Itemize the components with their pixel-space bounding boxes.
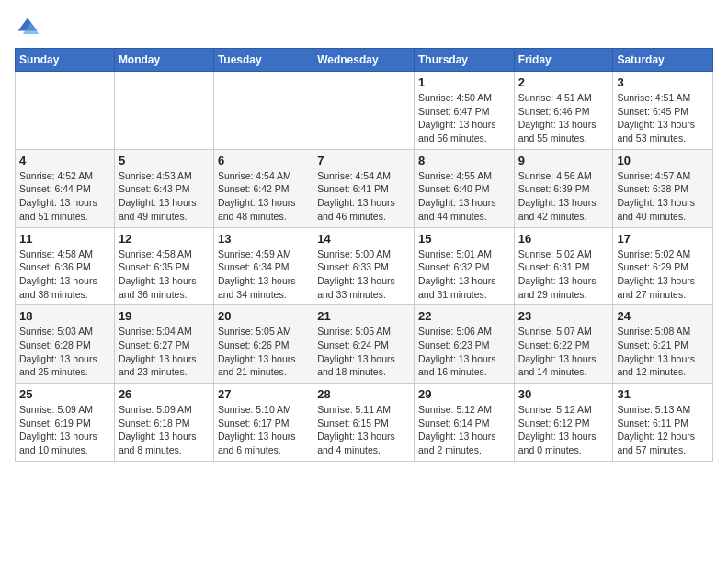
calendar-cell: 9Sunrise: 4:56 AM Sunset: 6:39 PM Daylig… [514, 149, 613, 227]
day-info: Sunrise: 4:56 AM Sunset: 6:39 PM Dayligh… [518, 169, 609, 224]
calendar-cell: 28Sunrise: 5:11 AM Sunset: 6:15 PM Dayli… [313, 384, 415, 462]
day-info: Sunrise: 4:51 AM Sunset: 6:45 PM Dayligh… [617, 91, 709, 145]
calendar-cell: 30Sunrise: 5:12 AM Sunset: 6:12 PM Dayli… [514, 384, 613, 462]
day-info: Sunrise: 5:12 AM Sunset: 6:12 PM Dayligh… [518, 403, 609, 457]
calendar-header: SundayMondayTuesdayWednesdayThursdayFrid… [16, 49, 713, 72]
calendar-cell [313, 72, 415, 150]
day-info: Sunrise: 5:06 AM Sunset: 6:23 PM Dayligh… [418, 325, 510, 379]
day-number: 9 [518, 154, 609, 167]
calendar-cell: 18Sunrise: 5:03 AM Sunset: 6:28 PM Dayli… [16, 305, 115, 384]
calendar-cell: 20Sunrise: 5:05 AM Sunset: 6:26 PM Dayli… [213, 305, 313, 384]
calendar-cell [114, 72, 213, 150]
calendar-cell: 25Sunrise: 5:09 AM Sunset: 6:19 PM Dayli… [16, 384, 115, 462]
day-number: 13 [218, 232, 309, 246]
calendar-cell: 1Sunrise: 4:50 AM Sunset: 6:47 PM Daylig… [414, 72, 514, 150]
weekday-header: Monday [114, 49, 213, 72]
calendar-cell: 31Sunrise: 5:13 AM Sunset: 6:11 PM Dayli… [613, 384, 713, 462]
day-number: 11 [19, 232, 110, 246]
day-number: 17 [617, 232, 709, 246]
calendar-cell: 27Sunrise: 5:10 AM Sunset: 6:17 PM Dayli… [213, 384, 313, 462]
calendar-cell: 29Sunrise: 5:12 AM Sunset: 6:14 PM Dayli… [414, 384, 514, 462]
day-number: 19 [119, 309, 210, 323]
calendar-cell [213, 72, 313, 150]
calendar-cell: 24Sunrise: 5:08 AM Sunset: 6:21 PM Dayli… [613, 305, 713, 384]
calendar-cell: 2Sunrise: 4:51 AM Sunset: 6:46 PM Daylig… [514, 72, 613, 150]
day-number: 29 [418, 387, 510, 401]
day-number: 25 [19, 387, 110, 401]
calendar-cell: 26Sunrise: 5:09 AM Sunset: 6:18 PM Dayli… [114, 384, 213, 462]
day-number: 28 [317, 387, 410, 401]
day-info: Sunrise: 5:05 AM Sunset: 6:24 PM Dayligh… [317, 325, 410, 379]
day-info: Sunrise: 4:57 AM Sunset: 6:38 PM Dayligh… [617, 169, 709, 224]
day-number: 15 [418, 232, 510, 246]
day-info: Sunrise: 4:51 AM Sunset: 6:46 PM Dayligh… [518, 91, 609, 145]
day-number: 2 [518, 75, 609, 89]
calendar-week-row: 4Sunrise: 4:52 AM Sunset: 6:44 PM Daylig… [16, 149, 713, 227]
day-number: 4 [19, 154, 110, 167]
day-number: 22 [418, 309, 510, 323]
calendar-table: SundayMondayTuesdayWednesdayThursdayFrid… [15, 48, 713, 462]
day-info: Sunrise: 4:58 AM Sunset: 6:36 PM Dayligh… [19, 247, 110, 302]
calendar-cell: 5Sunrise: 4:53 AM Sunset: 6:43 PM Daylig… [114, 149, 213, 227]
day-number: 5 [119, 154, 210, 167]
day-number: 26 [119, 387, 210, 401]
day-number: 1 [418, 75, 510, 89]
day-number: 12 [119, 232, 210, 246]
calendar-week-row: 1Sunrise: 4:50 AM Sunset: 6:47 PM Daylig… [16, 72, 713, 150]
day-info: Sunrise: 4:52 AM Sunset: 6:44 PM Dayligh… [19, 169, 110, 224]
day-number: 3 [617, 75, 709, 89]
day-number: 8 [418, 154, 510, 167]
day-info: Sunrise: 4:53 AM Sunset: 6:43 PM Dayligh… [119, 169, 210, 224]
calendar-cell: 21Sunrise: 5:05 AM Sunset: 6:24 PM Dayli… [313, 305, 415, 384]
day-info: Sunrise: 5:03 AM Sunset: 6:28 PM Dayligh… [19, 325, 110, 379]
weekday-header: Tuesday [213, 49, 313, 72]
calendar-cell: 7Sunrise: 4:54 AM Sunset: 6:41 PM Daylig… [313, 149, 415, 227]
day-info: Sunrise: 5:05 AM Sunset: 6:26 PM Dayligh… [218, 325, 309, 379]
day-number: 10 [617, 154, 709, 167]
calendar-week-row: 18Sunrise: 5:03 AM Sunset: 6:28 PM Dayli… [16, 305, 713, 384]
day-info: Sunrise: 5:04 AM Sunset: 6:27 PM Dayligh… [119, 325, 210, 379]
weekday-header: Thursday [414, 49, 514, 72]
calendar-cell: 12Sunrise: 4:58 AM Sunset: 6:35 PM Dayli… [114, 227, 213, 305]
day-number: 21 [317, 309, 410, 323]
day-info: Sunrise: 4:55 AM Sunset: 6:40 PM Dayligh… [418, 169, 510, 224]
calendar-cell: 19Sunrise: 5:04 AM Sunset: 6:27 PM Dayli… [114, 305, 213, 384]
day-number: 7 [317, 154, 410, 167]
day-info: Sunrise: 4:54 AM Sunset: 6:42 PM Dayligh… [218, 169, 309, 224]
weekday-header: Saturday [613, 49, 713, 72]
day-info: Sunrise: 4:50 AM Sunset: 6:47 PM Dayligh… [418, 91, 510, 145]
day-info: Sunrise: 5:09 AM Sunset: 6:19 PM Dayligh… [19, 403, 110, 457]
calendar-cell: 17Sunrise: 5:02 AM Sunset: 6:29 PM Dayli… [613, 227, 713, 305]
calendar-cell: 15Sunrise: 5:01 AM Sunset: 6:32 PM Dayli… [414, 227, 514, 305]
calendar-body: 1Sunrise: 4:50 AM Sunset: 6:47 PM Daylig… [16, 72, 713, 462]
weekday-header: Friday [514, 49, 613, 72]
day-number: 23 [518, 309, 609, 323]
calendar-cell: 14Sunrise: 5:00 AM Sunset: 6:33 PM Dayli… [313, 227, 415, 305]
day-info: Sunrise: 5:09 AM Sunset: 6:18 PM Dayligh… [119, 403, 210, 457]
day-info: Sunrise: 5:07 AM Sunset: 6:22 PM Dayligh… [518, 325, 609, 379]
day-info: Sunrise: 5:10 AM Sunset: 6:17 PM Dayligh… [218, 403, 309, 457]
logo [15, 15, 44, 40]
calendar-week-row: 25Sunrise: 5:09 AM Sunset: 6:19 PM Dayli… [16, 384, 713, 462]
day-info: Sunrise: 5:12 AM Sunset: 6:14 PM Dayligh… [418, 403, 510, 457]
calendar-cell: 6Sunrise: 4:54 AM Sunset: 6:42 PM Daylig… [213, 149, 313, 227]
logo-icon [15, 15, 40, 40]
calendar-cell: 11Sunrise: 4:58 AM Sunset: 6:36 PM Dayli… [16, 227, 115, 305]
day-info: Sunrise: 5:08 AM Sunset: 6:21 PM Dayligh… [617, 325, 709, 379]
day-number: 24 [617, 309, 709, 323]
calendar-cell: 8Sunrise: 4:55 AM Sunset: 6:40 PM Daylig… [414, 149, 514, 227]
day-info: Sunrise: 5:13 AM Sunset: 6:11 PM Dayligh… [617, 403, 709, 457]
day-number: 18 [19, 309, 110, 323]
day-number: 31 [617, 387, 709, 401]
day-number: 20 [218, 309, 309, 323]
calendar-cell: 16Sunrise: 5:02 AM Sunset: 6:31 PM Dayli… [514, 227, 613, 305]
day-info: Sunrise: 5:01 AM Sunset: 6:32 PM Dayligh… [418, 247, 510, 302]
day-info: Sunrise: 4:58 AM Sunset: 6:35 PM Dayligh… [119, 247, 210, 302]
calendar-cell: 3Sunrise: 4:51 AM Sunset: 6:45 PM Daylig… [613, 72, 713, 150]
calendar-cell: 13Sunrise: 4:59 AM Sunset: 6:34 PM Dayli… [213, 227, 313, 305]
day-info: Sunrise: 5:02 AM Sunset: 6:31 PM Dayligh… [518, 247, 609, 302]
calendar-cell: 23Sunrise: 5:07 AM Sunset: 6:22 PM Dayli… [514, 305, 613, 384]
day-number: 14 [317, 232, 410, 246]
weekday-header: Wednesday [313, 49, 415, 72]
weekday-row: SundayMondayTuesdayWednesdayThursdayFrid… [16, 49, 713, 72]
